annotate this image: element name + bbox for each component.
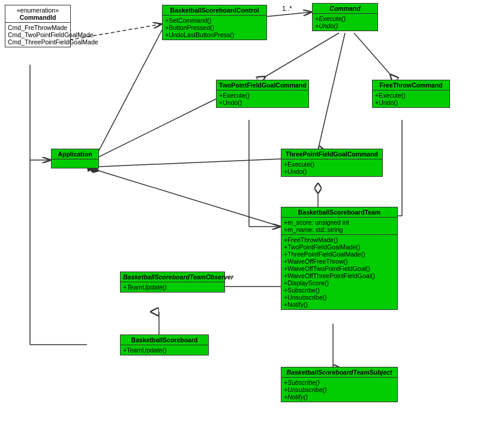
bsto-method-1: +TeamUpdate() bbox=[123, 284, 222, 291]
application-title: Application bbox=[52, 149, 98, 159]
two-point-methods: +Execute() +Undo() bbox=[217, 91, 308, 107]
two-point-box: TwoPointFieldGoalCommand +Execute() +Und… bbox=[216, 80, 309, 108]
svg-line-10 bbox=[258, 33, 339, 81]
application-box: Application bbox=[51, 149, 99, 168]
bst-method-4: +WaiveOffFreeThrow() bbox=[284, 258, 395, 265]
bst-method-1: +FreeThrowMade() bbox=[284, 236, 395, 243]
bst-method-5: +WaiveOffTwoPointFieldGoal() bbox=[284, 265, 395, 272]
commandid-box: «enumeration» CommandId Cmd_FreThrowMade… bbox=[5, 5, 71, 47]
bs-box: BasketballScoreboard +TeamUpdate() bbox=[120, 334, 209, 355]
bsto-methods: +TeamUpdate() bbox=[121, 282, 224, 292]
multiplicity-label: 1..* bbox=[282, 5, 292, 12]
freethrow-method-1: +Execute() bbox=[375, 92, 447, 99]
svg-line-11 bbox=[354, 33, 396, 81]
bst-method-8: +Subscribe() bbox=[284, 287, 395, 294]
freethrow-title: FreeThrowCommand bbox=[373, 80, 449, 91]
bst-method-7: +DisplayScore() bbox=[284, 279, 395, 287]
bstsubj-method-2: +Unsubscribe() bbox=[284, 386, 395, 393]
command-methods: +Execute() +Undo() bbox=[313, 14, 377, 31]
command-method-1: +Execute() bbox=[315, 15, 375, 22]
commandid-item-1: Cmd_FreThrowMade bbox=[8, 24, 68, 31]
three-point-title: ThreePointFieldGoalCommand bbox=[281, 149, 382, 159]
bs-method-1: +TeamUpdate() bbox=[123, 346, 206, 354]
bst-attr-1: +m_score: unsigned int bbox=[284, 219, 395, 226]
three-point-methods: +Execute() +Undo() bbox=[281, 159, 382, 176]
bst-method-9: +Unsubscribe() bbox=[284, 294, 395, 301]
application-empty bbox=[52, 159, 98, 168]
bsc-method-1: +SetCommand() bbox=[165, 17, 264, 24]
bst-attr-2: +m_name: std::string bbox=[284, 226, 395, 233]
commandid-stereotype: «enumeration» CommandId bbox=[5, 5, 70, 23]
command-method-2: +Undo() bbox=[315, 22, 375, 29]
freethrow-box: FreeThrowCommand +Execute() +Undo() bbox=[372, 80, 450, 108]
bsto-title: BasketballScoreboardTeamObserver bbox=[121, 272, 224, 282]
freethrow-methods: +Execute() +Undo() bbox=[373, 91, 449, 107]
bst-method-10: +Notify() bbox=[284, 301, 395, 308]
bst-method-3: +ThreePointFieldGoalMade() bbox=[284, 251, 395, 258]
commandid-stereotype-text: «enumeration» bbox=[8, 7, 68, 14]
three-point-method-2: +Undo() bbox=[284, 168, 380, 175]
bst-attrs: +m_score: unsigned int +m_name: std::str… bbox=[281, 218, 397, 235]
command-title: Command bbox=[313, 4, 377, 14]
bsc-method-3: +UndoLastButtonPress() bbox=[165, 31, 264, 38]
bsc-method-2: +ButtonPressed() bbox=[165, 24, 264, 31]
svg-line-14 bbox=[95, 99, 216, 159]
commandid-item-2: Cmd_TwoPointFieldGoalMade bbox=[8, 31, 68, 38]
freethrow-method-2: +Undo() bbox=[375, 99, 447, 106]
bstsubj-methods: +Subscribe() +Unsubscribe() +Notify() bbox=[281, 378, 397, 402]
connection-lines bbox=[0, 0, 504, 431]
bstsubj-title: BasketballScoreboardTeamSubject bbox=[281, 367, 397, 378]
commandid-item-3: Cmd_ThreePointFieldGoalMade bbox=[8, 38, 68, 46]
commandid-items: Cmd_FreThrowMade Cmd_TwoPointFieldGoalMa… bbox=[5, 23, 70, 47]
bst-method-2: +TwoPointFieldGoalMade() bbox=[284, 243, 395, 251]
bstsubj-method-3: +Notify() bbox=[284, 393, 395, 400]
bs-methods: +TeamUpdate() bbox=[121, 345, 208, 355]
bst-methods: +FreeThrowMade() +TwoPointFieldGoalMade(… bbox=[281, 235, 397, 309]
bsc-title: BasketballScoreboardControl bbox=[163, 5, 266, 16]
bst-box: BasketballScoreboardTeam +m_score: unsig… bbox=[281, 207, 398, 310]
bs-title: BasketballScoreboard bbox=[121, 335, 208, 345]
command-box: Command +Execute() +Undo() bbox=[312, 3, 378, 31]
three-point-method-1: +Execute() bbox=[284, 161, 380, 168]
svg-line-16 bbox=[99, 171, 281, 227]
svg-line-13 bbox=[93, 30, 162, 162]
two-point-method-2: +Undo() bbox=[219, 99, 306, 106]
svg-line-12 bbox=[318, 33, 345, 150]
bst-method-6: +WaiveOffThreePointFieldGoal() bbox=[284, 272, 395, 279]
two-point-title: TwoPointFieldGoalCommand bbox=[217, 80, 308, 91]
bsc-methods: +SetCommand() +ButtonPressed() +UndoLast… bbox=[163, 16, 266, 40]
basketball-scoreboard-control-box: BasketballScoreboardControl +SetCommand(… bbox=[162, 5, 267, 40]
bstsubj-box: BasketballScoreboardTeamSubject +Subscri… bbox=[281, 367, 398, 402]
bstsubj-method-1: +Subscribe() bbox=[284, 379, 395, 386]
bsto-box: BasketballScoreboardTeamObserver +TeamUp… bbox=[120, 272, 225, 293]
three-point-box: ThreePointFieldGoalCommand +Execute() +U… bbox=[281, 149, 383, 177]
two-point-method-1: +Execute() bbox=[219, 92, 306, 99]
bst-title: BasketballScoreboardTeam bbox=[281, 207, 397, 218]
commandid-name: CommandId bbox=[8, 14, 68, 21]
diagram-container: «enumeration» CommandId Cmd_FreThrowMade… bbox=[0, 0, 504, 431]
svg-line-15 bbox=[99, 159, 282, 167]
